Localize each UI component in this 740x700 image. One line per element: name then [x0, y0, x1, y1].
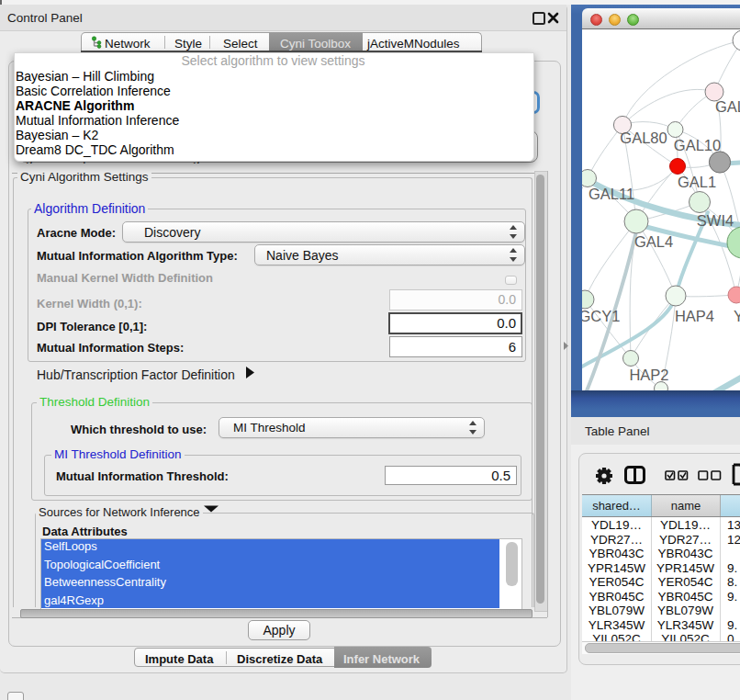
svg-text:GAL80: GAL80 [620, 130, 667, 146]
svg-text:GAL11: GAL11 [589, 186, 634, 202]
svg-text:YP: YP [734, 308, 740, 324]
svg-text:GCY1: GCY1 [582, 308, 620, 324]
svg-text:GAL7: GAL7 [715, 98, 740, 115]
svg-text:GAL4: GAL4 [634, 233, 673, 250]
svg-text:SWI4: SWI4 [697, 212, 734, 229]
svg-text:HAP2: HAP2 [629, 367, 668, 383]
svg-text:GAL1: GAL1 [678, 174, 716, 190]
svg-text:GAL10: GAL10 [674, 137, 721, 153]
svg-text:HAP4: HAP4 [675, 308, 714, 324]
